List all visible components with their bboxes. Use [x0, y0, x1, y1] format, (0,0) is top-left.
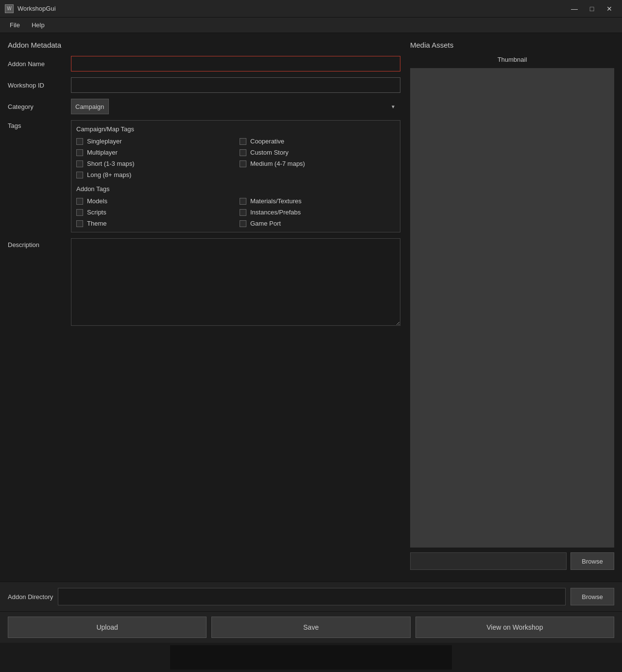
- category-label: Category: [8, 103, 71, 110]
- tag-custom-story-checkbox[interactable]: [240, 149, 246, 156]
- upload-button[interactable]: Upload: [8, 617, 207, 638]
- maximize-button[interactable]: □: [584, 3, 600, 15]
- tag-models-label: Models: [87, 197, 107, 205]
- description-label: Description: [8, 238, 71, 248]
- tag-medium[interactable]: Medium (4-7 maps): [240, 160, 395, 167]
- tag-materials[interactable]: Materials/Textures: [240, 197, 395, 205]
- title-bar: W WorkshopGui — □ ✕: [0, 0, 622, 18]
- category-group: Category Campaign Map Addon: [8, 99, 400, 114]
- tag-theme[interactable]: Theme: [76, 220, 232, 227]
- addon-directory-bar: Addon Directory Browse: [0, 582, 622, 611]
- tag-theme-checkbox[interactable]: [76, 220, 83, 227]
- browse-row: Browse: [410, 552, 614, 570]
- tag-cooperative-label: Cooperative: [250, 138, 284, 145]
- tag-gameport-checkbox[interactable]: [240, 220, 246, 227]
- tags-label: Tags: [8, 120, 71, 232]
- tag-short-label: Short (1-3 maps): [87, 160, 135, 167]
- tag-materials-checkbox[interactable]: [240, 198, 246, 205]
- tag-scripts[interactable]: Scripts: [76, 209, 232, 216]
- tag-cooperative[interactable]: Cooperative: [240, 138, 395, 145]
- tag-gameport-label: Game Port: [250, 220, 281, 227]
- tag-custom-story[interactable]: Custom Story: [240, 149, 395, 156]
- action-bar: Upload Save View on Workshop: [0, 611, 622, 643]
- addon-tags-section: Addon Tags Models Materials/Textures: [76, 185, 395, 227]
- tags-container: Campaign/Map Tags Singleplayer Cooperati…: [71, 120, 400, 232]
- workshop-id-input[interactable]: [71, 77, 400, 93]
- menu-help[interactable]: Help: [26, 19, 51, 31]
- app-icon-symbol: W: [7, 6, 11, 11]
- category-select-wrapper: Campaign Map Addon: [71, 99, 400, 114]
- tag-singleplayer[interactable]: Singleplayer: [76, 138, 232, 145]
- tag-scripts-checkbox[interactable]: [76, 209, 83, 216]
- window-title: WorkshopGui: [17, 5, 56, 12]
- addon-name-group: Addon Name: [8, 56, 400, 71]
- campaign-tags-title: Campaign/Map Tags: [76, 125, 395, 133]
- addon-tags-title: Addon Tags: [76, 185, 395, 193]
- tag-multiplayer-checkbox[interactable]: [76, 149, 83, 156]
- close-button[interactable]: ✕: [602, 3, 617, 15]
- description-section: Description: [8, 238, 400, 326]
- directory-browse-button[interactable]: Browse: [570, 588, 614, 605]
- thumbnail-preview: [410, 68, 614, 548]
- tag-theme-label: Theme: [87, 220, 106, 227]
- tag-materials-label: Materials/Textures: [250, 197, 301, 205]
- campaign-tags-grid: Singleplayer Cooperative Multiplayer Cus…: [76, 138, 395, 178]
- thumbnail-label: Thumbnail: [410, 56, 614, 63]
- thumbnail-browse-button[interactable]: Browse: [570, 552, 614, 570]
- addon-name-label: Addon Name: [8, 60, 71, 68]
- minimize-button[interactable]: —: [567, 3, 582, 15]
- tag-long-checkbox[interactable]: [76, 172, 83, 178]
- workshop-id-group: Workshop ID: [8, 77, 400, 93]
- footer-strip: [0, 643, 622, 672]
- addon-name-input[interactable]: [71, 56, 400, 71]
- tag-short-checkbox[interactable]: [76, 160, 83, 167]
- right-panel: Media Assets Thumbnail Browse: [410, 41, 614, 574]
- tag-instances-checkbox[interactable]: [240, 209, 246, 216]
- tags-section: Tags Campaign/Map Tags Singleplayer Coop…: [8, 120, 400, 232]
- tag-long[interactable]: Long (8+ maps): [76, 171, 232, 178]
- view-on-workshop-button[interactable]: View on Workshop: [415, 617, 614, 638]
- footer-dark-block: [170, 645, 452, 670]
- menu-bar: File Help: [0, 18, 622, 33]
- tag-singleplayer-label: Singleplayer: [87, 138, 122, 145]
- title-bar-left: W WorkshopGui: [5, 4, 56, 13]
- tag-long-label: Long (8+ maps): [87, 171, 131, 178]
- tag-singleplayer-checkbox[interactable]: [76, 138, 83, 145]
- window-controls: — □ ✕: [567, 3, 617, 15]
- tag-medium-checkbox[interactable]: [240, 160, 246, 167]
- save-button[interactable]: Save: [211, 617, 410, 638]
- tag-custom-story-label: Custom Story: [250, 149, 289, 156]
- left-panel: Addon Metadata Addon Name Workshop ID Ca…: [8, 41, 400, 574]
- directory-label: Addon Directory: [8, 593, 53, 601]
- tag-scripts-label: Scripts: [87, 209, 106, 216]
- tag-multiplayer[interactable]: Multiplayer: [76, 149, 232, 156]
- thumbnail-path-input[interactable]: [410, 552, 567, 570]
- category-select[interactable]: Campaign Map Addon: [71, 99, 109, 114]
- directory-input[interactable]: [58, 588, 566, 605]
- workshop-id-label: Workshop ID: [8, 82, 71, 89]
- tag-instances-label: Instances/Prefabs: [250, 209, 301, 216]
- addon-metadata-title: Addon Metadata: [8, 41, 400, 49]
- tag-models-checkbox[interactable]: [76, 198, 83, 205]
- tag-models[interactable]: Models: [76, 197, 232, 205]
- tag-short[interactable]: Short (1-3 maps): [76, 160, 232, 167]
- tag-gameport[interactable]: Game Port: [240, 220, 395, 227]
- description-textarea[interactable]: [71, 238, 400, 326]
- tag-medium-label: Medium (4-7 maps): [250, 160, 305, 167]
- tag-instances[interactable]: Instances/Prefabs: [240, 209, 395, 216]
- main-content: Addon Metadata Addon Name Workshop ID Ca…: [0, 33, 622, 582]
- menu-file[interactable]: File: [4, 19, 26, 31]
- addon-tags-grid: Models Materials/Textures Scripts I: [76, 197, 395, 227]
- tag-cooperative-checkbox[interactable]: [240, 138, 246, 145]
- media-assets-title: Media Assets: [410, 41, 614, 49]
- tag-multiplayer-label: Multiplayer: [87, 149, 118, 156]
- app-icon: W: [5, 4, 14, 13]
